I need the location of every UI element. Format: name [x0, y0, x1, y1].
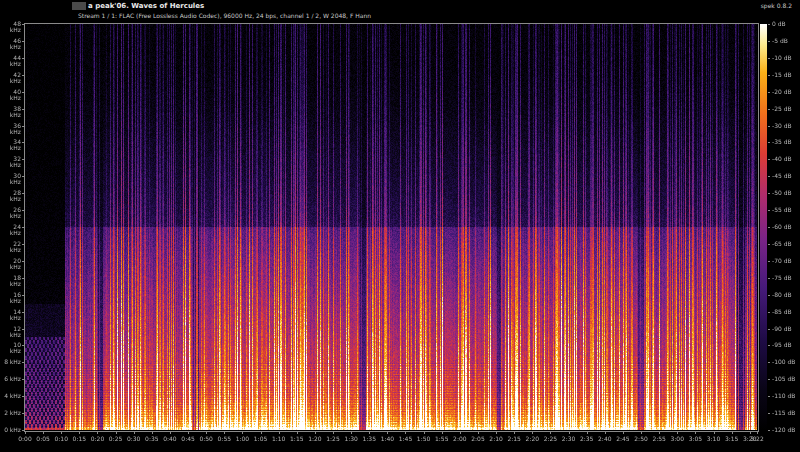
- db-tick-mark: [768, 75, 770, 76]
- db-tick-label: -35 dB: [772, 139, 792, 145]
- db-tick-label: -40 dB: [772, 156, 792, 162]
- time-tick-label: 3:20: [743, 436, 756, 442]
- db-tick-label: -105 dB: [772, 376, 795, 382]
- freq-tick-label: 38 kHz: [1, 106, 21, 118]
- db-tick-label: -45 dB: [772, 173, 792, 179]
- db-tick-label: 0 dB: [772, 21, 786, 27]
- db-tick-label: -110 dB: [772, 393, 795, 399]
- db-tick-label: -90 dB: [772, 326, 792, 332]
- db-tick-mark: [768, 379, 770, 380]
- db-tick-mark: [768, 295, 770, 296]
- freq-tick-label: 48 kHz: [1, 21, 21, 33]
- filename-title: a peak'06. Waves of Hercules: [88, 2, 204, 10]
- db-tick-mark: [768, 210, 770, 211]
- freq-tick-label: 4 kHz: [1, 393, 21, 399]
- redaction-box: [72, 2, 86, 10]
- freq-tick-label: 24 kHz: [1, 224, 21, 236]
- time-tick-label: 2:55: [652, 436, 665, 442]
- db-tick-label: -25 dB: [772, 106, 792, 112]
- freq-tick-label: 20 kHz: [1, 258, 21, 270]
- db-tick-label: -15 dB: [772, 72, 792, 78]
- freq-tick-label: 16 kHz: [1, 292, 21, 304]
- db-tick-mark: [768, 227, 770, 228]
- time-tick-label: 0:40: [163, 436, 176, 442]
- time-tick-label: 1:30: [344, 436, 357, 442]
- db-tick-mark: [768, 193, 770, 194]
- time-tick-label: 1:25: [326, 436, 339, 442]
- palette-legend: [760, 24, 767, 430]
- db-tick-label: -75 dB: [772, 275, 792, 281]
- time-tick-label: 0:55: [218, 436, 231, 442]
- freq-tick-label: 12 kHz: [1, 326, 21, 338]
- time-tick-label: 1:50: [417, 436, 430, 442]
- freq-tick-label: 42 kHz: [1, 72, 21, 84]
- time-tick-label: 2:50: [634, 436, 647, 442]
- freq-tick-label: 40 kHz: [1, 89, 21, 101]
- time-tick-label: 0:45: [181, 436, 194, 442]
- db-tick-mark: [768, 430, 770, 431]
- stream-info: Stream 1 / 1: FLAC (Free Lossless Audio …: [78, 12, 371, 19]
- time-tick-label: 3:00: [671, 436, 684, 442]
- time-tick-label: 1:10: [272, 436, 285, 442]
- db-tick-label: -50 dB: [772, 190, 792, 196]
- freq-tick-label: 22 kHz: [1, 241, 21, 253]
- db-tick-mark: [768, 92, 770, 93]
- freq-tick-label: 46 kHz: [1, 38, 21, 50]
- db-tick-mark: [768, 109, 770, 110]
- db-tick-mark: [768, 126, 770, 127]
- time-tick-label: 3:22: [750, 436, 763, 442]
- db-tick-label: -120 dB: [772, 427, 795, 433]
- time-tick-label: 0:30: [127, 436, 140, 442]
- freq-tick-label: 26 kHz: [1, 207, 21, 219]
- db-tick-label: -30 dB: [772, 123, 792, 129]
- freq-tick-label: 8 kHz: [1, 359, 21, 365]
- time-tick-label: 2:40: [598, 436, 611, 442]
- time-tick-label: 0:20: [91, 436, 104, 442]
- time-tick-label: 0:50: [199, 436, 212, 442]
- freq-tick-label: 18 kHz: [1, 275, 21, 287]
- db-tick-label: -55 dB: [772, 207, 792, 213]
- freq-tick-label: 10 kHz: [1, 342, 21, 354]
- db-tick-mark: [768, 244, 770, 245]
- db-tick-mark: [768, 329, 770, 330]
- db-tick-label: -20 dB: [772, 89, 792, 95]
- spek-window: a peak'06. Waves of Hercules spek 0.8.2 …: [0, 0, 800, 452]
- db-tick-label: -5 dB: [772, 38, 788, 44]
- db-tick-mark: [768, 176, 770, 177]
- db-tick-mark: [768, 58, 770, 59]
- time-tick-label: 1:15: [290, 436, 303, 442]
- db-tick-mark: [768, 345, 770, 346]
- time-tick-label: 3:10: [707, 436, 720, 442]
- time-tick-label: 1:20: [308, 436, 321, 442]
- db-tick-label: -95 dB: [772, 342, 792, 348]
- time-tick-label: 0:15: [73, 436, 86, 442]
- db-tick-mark: [768, 362, 770, 363]
- freq-tick-label: 30 kHz: [1, 173, 21, 185]
- db-tick-label: -70 dB: [772, 258, 792, 264]
- db-tick-label: -85 dB: [772, 309, 792, 315]
- freq-tick-label: 0 kHz: [1, 427, 21, 433]
- db-tick-label: -100 dB: [772, 359, 795, 365]
- freq-tick-label: 34 kHz: [1, 139, 21, 151]
- time-tick-label: 2:15: [507, 436, 520, 442]
- db-tick-mark: [768, 312, 770, 313]
- freq-tick-label: 36 kHz: [1, 123, 21, 135]
- time-tick-label: 1:00: [236, 436, 249, 442]
- time-tick-label: 2:45: [616, 436, 629, 442]
- freq-tick-label: 14 kHz: [1, 309, 21, 321]
- app-version: spek 0.8.2: [761, 2, 792, 9]
- db-tick-label: -65 dB: [772, 241, 792, 247]
- freq-tick-label: 44 kHz: [1, 55, 21, 67]
- time-tick-label: 1:35: [363, 436, 376, 442]
- db-tick-mark: [768, 396, 770, 397]
- time-tick-label: 2:25: [544, 436, 557, 442]
- time-tick-label: 2:00: [453, 436, 466, 442]
- time-tick-label: 2:05: [471, 436, 484, 442]
- db-tick-mark: [768, 261, 770, 262]
- time-tick-label: 2:30: [562, 436, 575, 442]
- time-tick-label: 0:00: [18, 436, 31, 442]
- freq-tick-label: 32 kHz: [1, 156, 21, 168]
- spectrogram-canvas: [25, 24, 757, 430]
- time-tick-label: 0:10: [54, 436, 67, 442]
- time-tick-label: 3:15: [725, 436, 738, 442]
